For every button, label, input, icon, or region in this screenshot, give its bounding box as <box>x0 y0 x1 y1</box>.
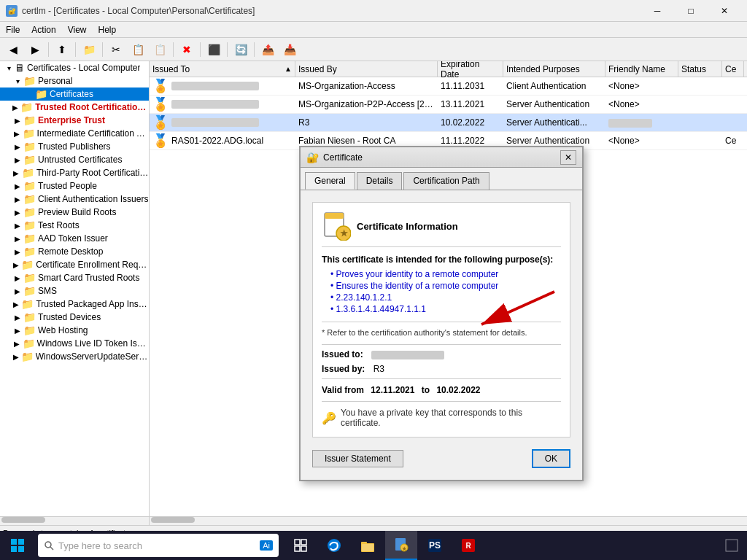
wsus-expander[interactable]: ▶ <box>10 353 20 361</box>
remote-desktop-expander[interactable]: ▶ <box>12 248 23 256</box>
tree-item-personal[interactable]: ▾ 📁 Personal <box>0 74 149 88</box>
trusted-people-expander[interactable]: ▶ <box>12 182 23 190</box>
ok-button[interactable]: OK <box>532 449 570 468</box>
tree-item-enterprise-trust[interactable]: ▶ 📁 Enterprise Trust <box>0 114 149 127</box>
dialog-close-button[interactable]: ✕ <box>560 150 576 165</box>
taskbar-search-bar[interactable]: Type here to search Ai <box>38 534 279 557</box>
ai-badge[interactable]: Ai <box>260 540 273 551</box>
tree-item-cert-enrollment[interactable]: ▶ 📁 Certificate Enrollment Reques... <box>0 258 149 271</box>
test-roots-folder-icon: 📁 <box>23 219 36 231</box>
trusted-devices-expander[interactable]: ▶ <box>12 314 23 322</box>
refresh-button[interactable]: 🔄 <box>231 40 251 59</box>
col-expiration[interactable]: Expiration Date <box>438 61 503 77</box>
toolbar: ◀ ▶ ⬆ 📁 ✂ 📋 📋 ✖ ⬛ 🔄 📤 📥 <box>0 38 747 61</box>
close-button[interactable]: ✕ <box>708 0 741 22</box>
tree-item-client-auth[interactable]: ▶ 📁 Client Authentication Issuers <box>0 192 149 206</box>
task-view-button[interactable] <box>285 531 317 560</box>
row1-expiration: 11.11.2031 <box>438 80 503 92</box>
tree-item-untrusted[interactable]: ▶ 📁 Untrusted Certificates <box>0 153 149 166</box>
menu-action[interactable]: Action <box>26 23 61 36</box>
up-button[interactable]: ⬆ <box>52 40 72 59</box>
test-roots-expander[interactable]: ▶ <box>12 222 23 230</box>
table-row[interactable]: 🏅 R3 10.02.2022 Server Authenticati... <box>150 114 747 132</box>
back-button[interactable]: ◀ <box>3 40 23 59</box>
forward-button[interactable]: ▶ <box>25 40 45 59</box>
powershell-button[interactable]: PS <box>419 531 451 560</box>
table-row[interactable]: 🏅 MS-Organization-P2P-Access [20... 13.1… <box>150 96 747 114</box>
tree-item-trusted-devices[interactable]: ▶ 📁 Trusted Devices <box>0 311 149 324</box>
tree-item-remote-desktop[interactable]: ▶ 📁 Remote Desktop <box>0 245 149 258</box>
web-hosting-expander[interactable]: ▶ <box>12 327 23 335</box>
sms-expander[interactable]: ▶ <box>12 287 23 295</box>
row3-issued-by: R3 <box>295 117 438 128</box>
to-label: to <box>422 385 430 395</box>
tree-item-intermediate[interactable]: ▶ 📁 Intermediate Certification Au... <box>0 127 149 140</box>
intermediate-expander[interactable]: ▶ <box>11 130 22 138</box>
tree-item-trusted-packaged[interactable]: ▶ 📁 Trusted Packaged App Installi... <box>0 298 149 311</box>
folder-button[interactable]: 📁 <box>79 40 99 59</box>
trusted-packaged-expander[interactable]: ▶ <box>11 300 22 308</box>
tree-item-smart-card[interactable]: ▶ 📁 Smart Card Trusted Roots <box>0 271 149 284</box>
import-button[interactable]: 📥 <box>279 40 300 59</box>
cert-enrollment-expander[interactable]: ▶ <box>11 261 22 269</box>
minimize-button[interactable]: ─ <box>640 0 674 22</box>
col-issued-to[interactable]: Issued To ▲ <box>150 61 295 77</box>
tree-item-trusted-root[interactable]: ▶ 📁 Trusted Root Certification Au... <box>0 101 149 114</box>
certlm-taskbar-button[interactable]: ★ <box>385 531 417 560</box>
delete-button[interactable]: ✖ <box>177 40 197 59</box>
smart-card-expander[interactable]: ▶ <box>12 274 23 282</box>
show-desktop-button[interactable] <box>725 539 738 552</box>
edge-browser-button[interactable] <box>318 531 350 560</box>
tree-item-test-roots[interactable]: ▶ 📁 Test Roots <box>0 219 149 232</box>
tree-root[interactable]: ▾ 🖥 Certificates - Local Computer <box>0 61 149 74</box>
menu-file[interactable]: File <box>0 23 26 36</box>
enterprise-trust-label: Enterprise Trust <box>38 115 105 125</box>
menu-help[interactable]: Help <box>93 23 123 36</box>
enterprise-trust-expander[interactable]: ▶ <box>12 117 23 125</box>
col-friendly-name[interactable]: Friendly Name <box>605 61 678 77</box>
col-purposes[interactable]: Intended Purposes <box>503 61 605 77</box>
paste-button[interactable]: 📋 <box>150 40 170 59</box>
untrusted-expander[interactable]: ▶ <box>12 156 23 164</box>
trusted-root-expander[interactable]: ▶ <box>10 104 20 112</box>
tab-general[interactable]: General <box>305 172 355 190</box>
tree-item-windows-live[interactable]: ▶ 📁 Windows Live ID Token Issuer <box>0 337 149 350</box>
col-issued-by[interactable]: Issued By <box>295 61 438 77</box>
tree-hscroll[interactable] <box>0 517 150 525</box>
client-auth-expander[interactable]: ▶ <box>12 195 23 203</box>
copy-button[interactable]: 📋 <box>128 40 148 59</box>
cut-button[interactable]: ✂ <box>106 40 126 59</box>
content-hscroll[interactable] <box>150 517 747 525</box>
maximize-button[interactable]: □ <box>674 0 708 22</box>
trusted-publishers-expander[interactable]: ▶ <box>12 143 23 151</box>
tree-item-trusted-people[interactable]: ▶ 📁 Trusted People <box>0 179 149 192</box>
red-app-button[interactable]: R <box>452 531 484 560</box>
personal-expander[interactable]: ▾ <box>12 77 23 85</box>
third-party-expander[interactable]: ▶ <box>11 169 22 177</box>
file-explorer-button[interactable] <box>352 531 384 560</box>
preview-build-expander[interactable]: ▶ <box>12 209 23 217</box>
tab-certification-path[interactable]: Certification Path <box>403 172 489 190</box>
aad-token-expander[interactable]: ▶ <box>12 235 23 243</box>
untrusted-folder-icon: 📁 <box>23 154 36 166</box>
tree-item-trusted-publishers[interactable]: ▶ 📁 Trusted Publishers <box>0 140 149 153</box>
issuer-statement-button[interactable]: Issuer Statement <box>312 450 403 467</box>
tree-item-preview-build[interactable]: ▶ 📁 Preview Build Roots <box>0 206 149 219</box>
col-status[interactable]: Status <box>678 61 722 77</box>
windows-live-expander[interactable]: ▶ <box>11 340 22 348</box>
tree-item-wsus[interactable]: ▶ 📁 WindowsServerUpdateService... <box>0 350 149 363</box>
table-row[interactable]: 🏅 MS-Organization-Access 11.11.2031 Clie… <box>150 77 747 96</box>
tree-item-web-hosting[interactable]: ▶ 📁 Web Hosting <box>0 324 149 337</box>
col-cert-template[interactable]: Ce <box>722 61 744 77</box>
properties-button[interactable]: ⬛ <box>204 40 224 59</box>
tree-item-aad-token[interactable]: ▶ 📁 AAD Token Issuer <box>0 232 149 245</box>
tree-item-sms[interactable]: ▶ 📁 SMS <box>0 284 149 298</box>
tree-item-third-party[interactable]: ▶ 📁 Third-Party Root Certification... <box>0 166 149 179</box>
tab-details[interactable]: Details <box>357 172 403 190</box>
trusted-people-label: Trusted People <box>38 181 97 191</box>
start-button[interactable] <box>0 531 35 560</box>
tree-item-certificates[interactable]: 📁 Certificates <box>0 88 149 101</box>
root-expander[interactable]: ▾ <box>3 64 15 72</box>
export-button[interactable]: 📤 <box>258 40 278 59</box>
menu-view[interactable]: View <box>62 23 93 36</box>
